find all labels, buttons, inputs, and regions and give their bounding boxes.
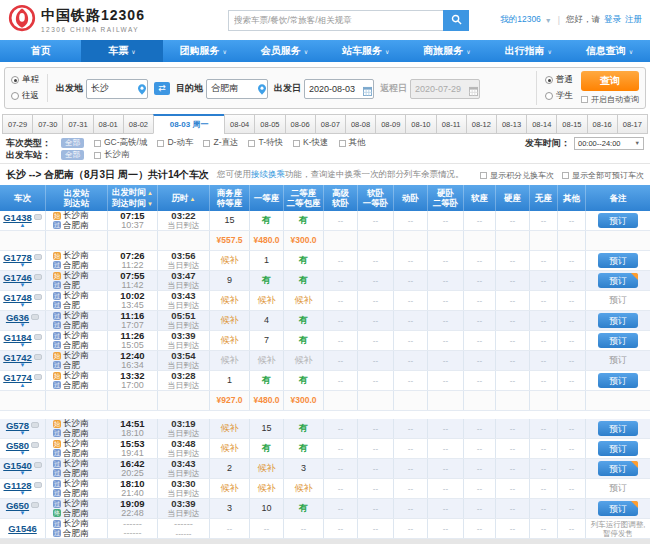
train-number-link[interactable]: G1184 [4,333,32,343]
date-tab-07-29[interactable]: 07-29 [2,114,33,134]
location-pin-icon[interactable] [258,81,266,99]
transfer-link[interactable]: 接续换乘 [251,169,285,179]
train-number-link[interactable]: G636 [6,313,29,323]
book-button[interactable]: 预订 [598,373,638,388]
book-button[interactable]: 预订 [598,273,638,288]
nav-item-出行指南[interactable]: 出行指南∨ [488,40,569,62]
date-tab-08-13[interactable]: 08-13 [496,114,527,134]
train-number-link[interactable]: G1746 [3,273,32,283]
seat-availability[interactable]: 候补 [221,256,239,266]
date-tab-08-09[interactable]: 08-09 [375,114,406,134]
trip-type-roundtrip-radio[interactable]: 往返 [11,90,39,102]
date-tab-08-15[interactable]: 08-15 [556,114,587,134]
train-number-link[interactable]: G1438 [3,213,32,223]
train-number-link[interactable]: G580 [6,441,29,451]
seat-availability[interactable]: 候补 [221,296,239,306]
train-type-option[interactable]: GC-高铁/城 [94,137,147,149]
date-tab-07-31[interactable]: 07-31 [62,114,93,134]
date-tab-08-11[interactable]: 08-11 [436,114,467,134]
train-type-all-badge[interactable]: 全部 [61,138,84,148]
expand-arrow-icon[interactable]: ▼ [20,490,26,496]
train-type-option[interactable]: D-动车 [157,137,193,149]
sort-asc-icon[interactable]: ▲ [190,196,196,202]
seat-availability[interactable]: 候补 [258,464,276,474]
date-tab-08-12[interactable]: 08-12 [466,114,497,134]
expand-arrow-icon[interactable]: ▼ [20,362,26,368]
location-pin-icon[interactable] [138,81,146,99]
expand-arrow-icon[interactable]: ▼ [20,282,26,288]
train-number-link[interactable]: G650 [6,501,29,511]
train-type-option[interactable]: Z-直达 [203,137,238,149]
swap-stations-icon[interactable]: ⇄ [154,82,170,95]
nav-item-商旅服务[interactable]: 商旅服务∨ [406,40,487,62]
seat-availability[interactable]: 候补 [221,316,239,326]
date-tab-08-04[interactable]: 08-04 [224,114,255,134]
date-tab-08-01[interactable]: 08-01 [93,114,124,134]
expand-arrow-icon[interactable]: ▼ [20,470,26,476]
book-button[interactable]: 预订 [598,461,638,476]
expand-arrow-icon[interactable]: ▼ [20,510,26,516]
date-tab-08-16[interactable]: 08-16 [587,114,618,134]
train-number-link[interactable]: G1128 [4,481,32,491]
seat-availability[interactable]: 候补 [221,444,239,454]
seat-availability[interactable]: 候补 [295,484,313,494]
register-link[interactable]: 注册 [625,14,642,26]
nav-item-团购服务[interactable]: 团购服务∨ [163,40,244,62]
my-12306-link[interactable]: 我的12306 [500,14,541,26]
expand-arrow-icon[interactable]: ▼ [20,302,26,308]
book-button[interactable]: 预订 [598,421,638,436]
date-tab-08-08[interactable]: 08-08 [345,114,376,134]
search-button[interactable] [443,10,469,31]
nav-item-车票[interactable]: 车票∨ [81,40,162,62]
date-tab-08-06[interactable]: 08-06 [285,114,316,134]
seat-availability[interactable]: 候补 [221,484,239,494]
book-button[interactable]: 预订 [598,313,638,328]
train-number-link[interactable]: G1540 [3,461,32,471]
date-tab-08-03[interactable]: 08-03 周一 [153,114,225,134]
book-button[interactable]: 预订 [598,441,638,456]
expand-arrow-icon[interactable]: ▼ [20,450,26,456]
train-number-link[interactable]: G1748 [3,293,32,303]
date-tab-08-10[interactable]: 08-10 [405,114,436,134]
query-button[interactable]: 查询 [581,71,639,91]
expand-arrow-icon[interactable]: ▼ [20,430,26,436]
passenger-student-radio[interactable]: 学生 [545,90,573,102]
search-input[interactable] [228,10,443,31]
book-button[interactable]: 预订 [598,213,638,228]
seat-availability[interactable]: 候补 [221,336,239,346]
passenger-normal-radio[interactable]: 普通 [545,74,573,86]
book-button[interactable]: 预订 [598,253,638,268]
auto-query-checkbox[interactable]: 开启自动查询 [581,94,639,105]
nav-item-信息查询[interactable]: 信息查询∨ [569,40,650,62]
depart-station-all-badge[interactable]: 全部 [61,150,84,160]
seat-availability[interactable]: 候补 [258,484,276,494]
depart-station-option[interactable]: 长沙南 [94,149,130,161]
show-all-bookable-checkbox[interactable]: 显示全部可预订车次 [562,170,644,181]
collapse-arrow-icon[interactable]: ▲ [20,382,26,388]
date-tab-08-17[interactable]: 08-17 [617,114,648,134]
seat-availability[interactable]: 候补 [221,424,239,434]
date-tab-07-30[interactable]: 07-30 [32,114,63,134]
train-number-link[interactable]: G1778 [3,253,32,263]
expand-arrow-icon[interactable]: ▼ [20,342,26,348]
trip-type-oneway-radio[interactable]: 单程 [11,74,39,86]
train-type-option[interactable]: 其他 [339,137,366,149]
train-type-option[interactable]: T-特快 [248,137,283,149]
depart-time-select[interactable]: 00:00--24:00▼ [574,137,644,150]
seat-availability[interactable]: 候补 [258,296,276,306]
train-type-option[interactable]: K-快速 [293,137,329,149]
sort-desc-icon[interactable]: ▼ [147,201,153,207]
date-tab-08-02[interactable]: 08-02 [123,114,154,134]
nav-item-站车服务[interactable]: 站车服务∨ [325,40,406,62]
book-button[interactable]: 预订 [598,333,638,348]
show-points-trains-checkbox[interactable]: 显示积分兑换车次 [480,170,554,181]
date-tab-08-14[interactable]: 08-14 [526,114,557,134]
login-link[interactable]: 登录 [604,14,621,26]
train-number-link[interactable]: G1546 [8,524,37,534]
train-number-link[interactable]: G1774 [3,373,32,383]
book-button[interactable]: 预订 [598,501,638,516]
sort-asc-icon[interactable]: ▲ [147,190,153,196]
date-tab-08-07[interactable]: 08-07 [315,114,346,134]
nav-item-会员服务[interactable]: 会员服务∨ [244,40,325,62]
train-number-link[interactable]: G1742 [3,353,32,363]
